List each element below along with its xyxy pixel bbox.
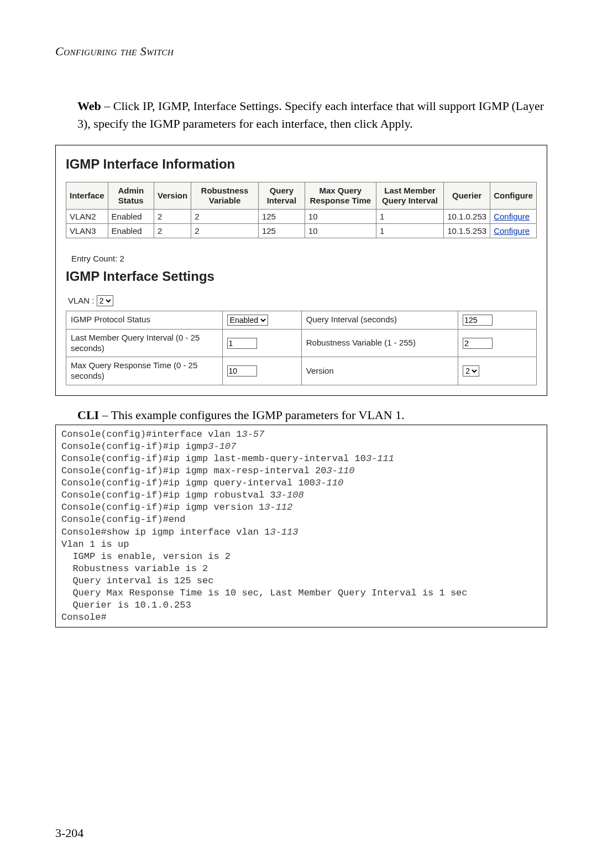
cell-robustness: 2 xyxy=(191,223,259,238)
cli-intro-text: – This example configures the IGMP param… xyxy=(99,408,405,422)
col-last-member: Last Member Query Interval xyxy=(376,182,443,209)
cell-version: 2 xyxy=(154,209,191,223)
cell-admin_status: Enabled xyxy=(108,223,154,238)
col-version: Version xyxy=(154,182,191,209)
settings-title: IGMP Interface Settings xyxy=(66,269,537,284)
col-interface: Interface xyxy=(66,182,108,209)
screenshot-panel: IGMP Interface Information Interface Adm… xyxy=(55,145,547,396)
cell-query_interval: 125 xyxy=(258,209,305,223)
cell-max_resp: 10 xyxy=(305,209,376,223)
cell-max_resp: 10 xyxy=(305,223,376,238)
table-row: VLAN2Enabled2212510110.1.0.253Configure xyxy=(66,209,537,223)
input-max-resp-time[interactable] xyxy=(227,365,257,377)
cli-output: Console(config)#interface vlan 13-57 Con… xyxy=(55,425,547,628)
vlan-selector-row: VLAN : 2 xyxy=(68,295,537,306)
configure-link[interactable]: Configure xyxy=(494,212,530,221)
entry-count: Entry Count: 2 xyxy=(71,254,537,263)
cell-interface: VLAN3 xyxy=(66,223,108,238)
label-max-resp-time: Max Query Response Time (0 - 25 seconds) xyxy=(66,357,223,385)
cell-admin_status: Enabled xyxy=(108,209,154,223)
cell-last_member: 1 xyxy=(376,209,443,223)
info-title: IGMP Interface Information xyxy=(66,156,537,172)
configure-link[interactable]: Configure xyxy=(494,226,530,236)
label-query-interval-sec: Query Interval (seconds) xyxy=(301,311,458,329)
cell-robustness: 2 xyxy=(191,209,259,223)
cli-intro: CLI – This example configures the IGMP p… xyxy=(77,408,547,422)
cell-last_member: 1 xyxy=(376,223,443,238)
input-query-interval[interactable] xyxy=(463,315,493,326)
page-number: 3-204 xyxy=(55,826,83,840)
table-row: VLAN3Enabled2212510110.1.5.253Configure xyxy=(66,223,537,238)
label-last-member-interval: Last Member Query Interval (0 - 25 secon… xyxy=(66,329,223,357)
select-protocol-status[interactable]: Enabled xyxy=(227,315,268,326)
settings-row: IGMP Protocol Status Enabled Query Inter… xyxy=(66,311,537,329)
intro-paragraph: Web – Click IP, IGMP, Interface Settings… xyxy=(77,97,547,133)
col-max-resp: Max Query Response Time xyxy=(305,182,376,209)
page-header: Configuring the Switch xyxy=(55,44,547,59)
cell-query_interval: 125 xyxy=(258,223,305,238)
input-robust-var[interactable] xyxy=(463,338,493,349)
cell-version: 2 xyxy=(154,223,191,238)
col-configure: Configure xyxy=(490,182,537,209)
vlan-label: VLAN : xyxy=(68,296,97,305)
table-header-row: Interface Admin Status Version Robustnes… xyxy=(66,182,537,209)
label-version: Version xyxy=(301,357,458,385)
intro-prefix: Web xyxy=(77,99,101,113)
settings-row: Max Query Response Time (0 - 25 seconds)… xyxy=(66,357,537,385)
cell-querier: 10.1.5.253 xyxy=(444,223,490,238)
input-last-member-interval[interactable] xyxy=(227,338,257,349)
settings-row: Last Member Query Interval (0 - 25 secon… xyxy=(66,329,537,357)
col-querier: Querier xyxy=(444,182,490,209)
igmp-info-table: Interface Admin Status Version Robustnes… xyxy=(66,182,537,238)
cli-intro-prefix: CLI xyxy=(77,408,99,422)
col-query-interval: Query Interval xyxy=(258,182,305,209)
cell-configure: Configure xyxy=(490,223,537,238)
cell-interface: VLAN2 xyxy=(66,209,108,223)
label-protocol-status: IGMP Protocol Status xyxy=(66,311,223,329)
cell-querier: 10.1.0.253 xyxy=(444,209,490,223)
label-robust-var: Robustness Variable (1 - 255) xyxy=(301,329,458,357)
col-admin-status: Admin Status xyxy=(108,182,154,209)
vlan-select[interactable]: 2 xyxy=(97,295,113,306)
igmp-settings-table: IGMP Protocol Status Enabled Query Inter… xyxy=(66,311,537,385)
cell-configure: Configure xyxy=(490,209,537,223)
intro-text: – Click IP, IGMP, Interface Settings. Sp… xyxy=(77,99,544,130)
col-robustness: Robustness Variable xyxy=(191,182,259,209)
select-version[interactable]: 2 xyxy=(463,365,479,377)
